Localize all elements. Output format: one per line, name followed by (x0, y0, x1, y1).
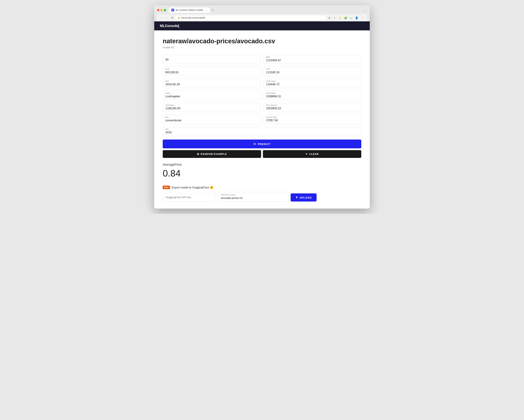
field-label: Total Bags (165, 104, 174, 106)
user-avatar[interactable]: 👤 (354, 16, 359, 20)
action-row: ⊞ RANDOM EXAMPLE ✕ CLEAR (163, 150, 361, 158)
app-logo: MLConsole (160, 24, 179, 28)
field-value: 30 (165, 57, 258, 62)
field-label: 4770 (266, 68, 270, 70)
field-value: conventional (165, 119, 258, 122)
field-value: 3203935.53 (266, 107, 359, 110)
upload-icon: ⬆ (296, 196, 298, 199)
export-label: Export model to HuggingFace 🤗 (172, 186, 213, 189)
field-label: type (165, 116, 169, 118)
menu-icon[interactable]: ⋮ (360, 16, 364, 20)
traffic-lights (157, 9, 166, 11)
field-value: 2016-05-29 (165, 83, 258, 86)
field-year[interactable]: year 2016 (163, 127, 361, 136)
bookmark-icon[interactable]: ☆ (332, 16, 336, 20)
form-grid: 30 4046 1214455.87 4225 691108.91 4770 1… (163, 55, 361, 136)
field-4225[interactable]: 4225 691108.91 (163, 67, 261, 76)
result-label: AveragePrice (163, 163, 361, 167)
field-xlarge-bags[interactable]: XLarge Bags 27057.56 (263, 115, 361, 124)
field-value: 1185190.59 (165, 107, 258, 110)
model-label: model #1 (163, 46, 361, 49)
field-value: 113180.16 (266, 71, 359, 74)
field-type[interactable]: type conventional (163, 115, 261, 124)
clear-button[interactable]: ✕ CLEAR (263, 150, 361, 158)
export-section: New Export model to HuggingFace 🤗 Reposi… (163, 186, 361, 202)
sidebar-icon[interactable]: ▭ (349, 16, 353, 20)
profile-icon[interactable]: 🧩 (343, 16, 348, 20)
result-section: AveragePrice 0.84 (163, 163, 361, 179)
maximize-button[interactable] (164, 9, 166, 11)
tab-favicon: M (171, 9, 174, 11)
lock-icon: 🔒 (178, 17, 180, 19)
field-label: region (165, 92, 170, 94)
field-30[interactable]: 30 (163, 55, 261, 64)
field-label: XLarge Bags (266, 116, 277, 118)
export-header: New Export model to HuggingFace 🤗 (163, 186, 361, 189)
main-content: nateraw/avocado-prices/avocado.csv model… (154, 30, 370, 209)
field-value: 691108.91 (165, 71, 258, 74)
refresh-button[interactable]: ↻ (170, 16, 174, 20)
close-button[interactable] (157, 9, 159, 11)
predict-button[interactable]: ⊙ PREDICT (163, 139, 361, 148)
repo-name-field[interactable]: Repository name (218, 192, 288, 202)
api-key-input[interactable] (166, 196, 213, 199)
field-value: 1038686.31 (266, 95, 359, 98)
random-example-button[interactable]: ⊞ RANDOM EXAMPLE (163, 150, 261, 158)
export-inputs: Repository name ⬆ UPLOAD (163, 192, 361, 202)
predict-icon: ⊙ (253, 142, 256, 146)
forward-button[interactable]: → (165, 16, 169, 20)
predict-label: PREDICT (258, 143, 271, 146)
clear-icon: ✕ (306, 153, 308, 155)
back-button[interactable]: ← (160, 16, 164, 20)
field-large-bags[interactable]: Large Bags 119446.72 (263, 79, 361, 88)
new-badge: New (163, 186, 170, 189)
minimize-button[interactable] (160, 9, 163, 11)
field-value: 27057.56 (266, 119, 359, 122)
share-icon[interactable]: ⬆ (328, 16, 331, 20)
field-label: 4046 (266, 56, 270, 58)
result-value: 0.84 (163, 168, 361, 179)
clear-label: CLEAR (309, 153, 319, 155)
toolbar-actions: ⬆ ☆ ⚡ 🧩 ▭ 👤 ⋮ (328, 16, 364, 20)
field-4770[interactable]: 4770 113180.16 (263, 67, 361, 76)
browser-toolbar: ← → ↻ 🔒 mlconsole.com/model/0 ⬆ ☆ ⚡ 🧩 ▭ … (157, 14, 367, 21)
field-value: LosAngeles (165, 95, 258, 98)
address-bar[interactable]: 🔒 mlconsole.com/model/0 (175, 16, 326, 20)
upload-label: UPLOAD (299, 196, 312, 199)
field-region[interactable]: region LosAngeles (163, 91, 261, 100)
field-total-bags[interactable]: Total Bags 1185190.59 (163, 103, 261, 112)
field-label: year (165, 128, 169, 130)
field-value: 1214455.87 (266, 59, 359, 62)
field-total-volume[interactable]: Total Volume 3203935.53 (263, 103, 361, 112)
field-label: 4225 (165, 68, 169, 70)
field-date[interactable]: Date 2016-05-29 (163, 79, 261, 88)
topbar: MLConsole (154, 21, 370, 30)
repo-name-input[interactable] (221, 197, 286, 199)
new-tab-button[interactable]: + (210, 8, 215, 13)
tab-close-icon[interactable]: ✕ (206, 9, 207, 11)
repo-name-label: Repository name (221, 194, 286, 196)
api-key-field[interactable] (163, 193, 216, 202)
random-icon: ⊞ (197, 153, 199, 155)
field-small-bags[interactable]: Small Bags 1038686.31 (263, 91, 361, 100)
upload-button[interactable]: ⬆ UPLOAD (291, 193, 317, 202)
page-title: nateraw/avocado-prices/avocado.csv (163, 37, 361, 45)
field-label: Total Volume (266, 104, 277, 106)
tab-title: ML Console | Build AI models · (176, 9, 204, 11)
field-label: Large Bags (266, 80, 276, 82)
field-value: 2016 (165, 131, 359, 134)
random-label: RANDOM EXAMPLE (201, 153, 227, 155)
active-tab[interactable]: M ML Console | Build AI models · ✕ (169, 8, 210, 13)
field-label: Small Bags (266, 92, 276, 94)
extensions-icon[interactable]: ⚡ (338, 16, 342, 20)
browser-content: MLConsole nateraw/avocado-prices/avocado… (154, 21, 370, 209)
field-value: 119446.72 (266, 83, 359, 86)
field-4046[interactable]: 4046 1214455.87 (263, 55, 361, 64)
url-text: mlconsole.com/model/0 (181, 17, 205, 19)
field-label: Date (165, 80, 169, 82)
tab-bar: M ML Console | Build AI models · ✕ + ⌄ (169, 8, 367, 13)
window-controls-icon: ⌄ (364, 9, 366, 12)
